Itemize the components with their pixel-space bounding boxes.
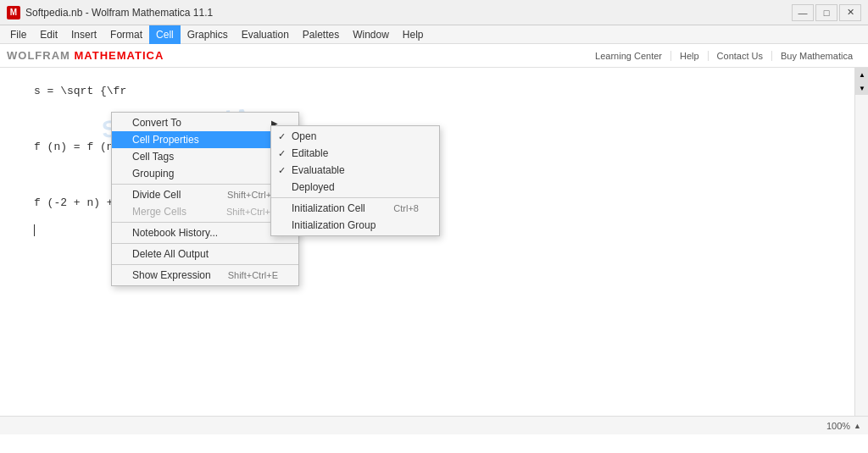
initialization-cell-label: Initialization Cell [292,202,365,214]
submenu-separator-1 [271,197,439,198]
title-bar: M Softpedia.nb - Wolfram Mathematica 11.… [0,0,868,25]
cell-tags-label: Cell Tags [132,151,174,163]
menu-edit[interactable]: Edit [33,25,64,44]
cursor [34,224,42,236]
evaluatable-label: Evaluatable [292,164,345,176]
notebook-history-label: Notebook History... [132,227,218,239]
menu-evaluation[interactable]: Evaluation [235,25,296,44]
open-label: Open [292,130,316,142]
submenu-item-initialization-group[interactable]: Initialization Group [271,217,439,234]
scrollbar[interactable]: ▲ ▼ [854,68,868,416]
open-checkmark: ✓ [278,131,286,142]
top-bar: WOLFRAM MATHEMATICA Learning Center Help… [0,44,868,68]
evaluatable-checkmark: ✓ [278,165,286,176]
menu-bar: File Edit Insert Format Cell Graphics Ev… [0,25,868,44]
submenu-item-open[interactable]: ✓ Open [271,128,439,145]
menu-window[interactable]: Window [346,25,396,44]
show-expression-label: Show Expression [132,269,211,281]
submenu-item-editable[interactable]: ✓ Editable [271,145,439,162]
merge-cells-shortcut: Shift+Ctrl+M [209,207,278,217]
submenu-item-initialization-cell[interactable]: Initialization Cell Ctrl+8 [271,200,439,217]
convert-to-label: Convert To [132,117,181,129]
menu-format[interactable]: Format [103,25,149,44]
learning-center-link[interactable]: Learning Center [587,51,671,61]
menu-insert[interactable]: Insert [64,25,103,44]
zoom-arrow-icon[interactable]: ▲ [854,422,861,430]
zoom-control[interactable]: 100% ▲ [826,421,861,431]
initialization-group-label: Initialization Group [292,219,376,231]
menu-palettes[interactable]: Palettes [296,25,346,44]
menu-graphics[interactable]: Graphics [181,25,235,44]
separator-3 [112,243,298,244]
scroll-down-button[interactable]: ▼ [855,81,868,95]
submenu-item-evaluatable[interactable]: ✓ Evaluatable [271,162,439,179]
status-bar: 100% ▲ [0,416,868,434]
menu-item-show-expression[interactable]: Show Expression Shift+Ctrl+E [112,267,298,284]
separator-4 [112,264,298,265]
scroll-up-button[interactable]: ▲ [855,68,868,81]
menu-file[interactable]: File [3,25,33,44]
editable-label: Editable [292,147,328,159]
maximize-button[interactable]: □ [815,4,837,21]
grouping-label: Grouping [132,168,174,180]
cell-properties-submenu: ✓ Open ✓ Editable ✓ Evaluatable Deployed… [270,125,440,236]
divide-cell-label: Divide Cell [132,189,181,201]
deployed-label: Deployed [292,181,335,193]
window-controls: — □ ✕ [792,4,861,21]
menu-item-delete-all-output[interactable]: Delete All Output [112,246,298,262]
menu-help[interactable]: Help [396,25,431,44]
window-title: Softpedia.nb - Wolfram Mathematica 11.1 [25,7,792,19]
notebook-line-1: s = \sqrt {\fr [34,85,834,97]
show-expression-shortcut: Shift+Ctrl+E [211,270,278,280]
app-icon-letter: M [10,8,17,17]
contact-us-link[interactable]: Contact Us [709,51,772,61]
help-link[interactable]: Help [671,51,709,61]
app-icon: M [7,6,20,19]
wolfram-logo-accent: MATHEMATICA [74,49,164,62]
delete-all-output-label: Delete All Output [132,248,209,260]
top-bar-links: Learning Center Help Contact Us Buy Math… [587,51,861,61]
merge-cells-label: Merge Cells [132,206,186,218]
submenu-item-deployed[interactable]: Deployed [271,179,439,196]
zoom-level: 100% [826,421,850,431]
divide-cell-shortcut: Shift+Ctrl+D [210,190,278,200]
notebook: SOFTPEDIA s = \sqrt {\fr f (n) = f (n - … [0,68,868,434]
close-button[interactable]: ✕ [839,4,861,21]
wolfram-logo: WOLFRAM MATHEMATICA [7,49,164,62]
buy-mathematica-link[interactable]: Buy Mathematica [772,51,861,61]
minimize-button[interactable]: — [792,4,814,21]
initialization-cell-shortcut: Ctrl+8 [376,203,419,213]
editable-checkmark: ✓ [278,148,286,159]
cell-properties-label: Cell Properties [132,134,199,146]
menu-cell[interactable]: Cell [149,25,181,44]
